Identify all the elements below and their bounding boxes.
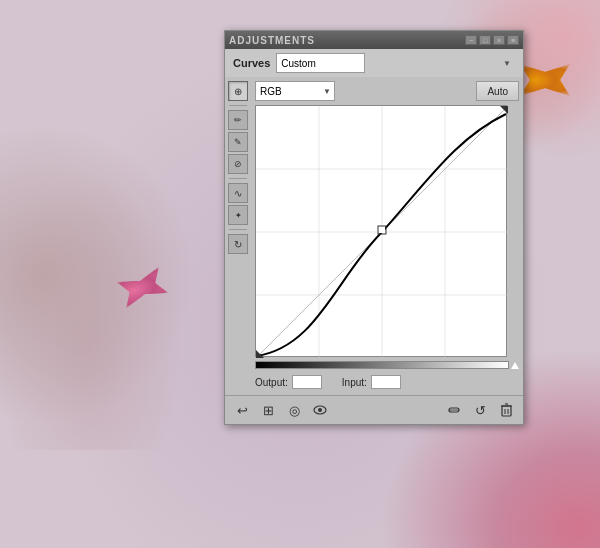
triangle-indicator-icon [511, 361, 519, 369]
gradient-bar [255, 361, 509, 369]
gradient-bar-row [255, 361, 519, 369]
svg-point-1 [318, 408, 322, 412]
floral-decoration-left [0, 100, 220, 450]
panel-controls: − □ × ≡ [465, 35, 519, 45]
panel-close-button[interactable]: × [493, 35, 505, 45]
output-value-input[interactable] [292, 375, 322, 389]
left-toolbar: ⊕ ✏ ✎ ⊘ ∿ ✦ ↻ [225, 77, 251, 395]
reset-button[interactable]: ↩ [231, 400, 253, 420]
right-content: RGB Red Green Blue ▼ Auto [251, 77, 523, 395]
curves-label: Curves [233, 57, 270, 69]
toolbar-separator-1 [229, 105, 247, 106]
smooth-icon: ✎ [234, 137, 242, 147]
preset-select[interactable]: Custom Default Strong Contrast Increase … [276, 53, 365, 73]
panel-title: ADJUSTMENTS [229, 35, 315, 46]
channel-select[interactable]: RGB Red Green Blue [255, 81, 335, 101]
anchor-tool-button[interactable]: ✦ [228, 205, 248, 225]
panel-maximize-button[interactable]: □ [479, 35, 491, 45]
trash-icon [500, 403, 513, 417]
curve-icon: ∿ [234, 188, 242, 199]
undo-button[interactable]: ↺ [469, 400, 491, 420]
panel-bottom-toolbar: ↩ ⊞ ◎ ↺ [225, 395, 523, 424]
channel-select-wrapper: RGB Red Green Blue ▼ [255, 81, 335, 101]
panel-body: ⊕ ✏ ✎ ⊘ ∿ ✦ ↻ [225, 77, 523, 395]
toolbar-separator-3 [229, 229, 247, 230]
trash-button[interactable] [495, 400, 517, 420]
pencil-tool-button[interactable]: ✏ [228, 110, 248, 130]
output-label: Output: [255, 377, 288, 388]
panel-menu-button[interactable]: ≡ [507, 35, 519, 45]
auto-button[interactable]: Auto [476, 81, 519, 101]
channel-row: RGB Red Green Blue ▼ Auto [255, 81, 519, 101]
output-input-row: Output: Input: [255, 373, 519, 391]
input-label: Input: [342, 377, 367, 388]
visibility-icon [313, 403, 327, 417]
target-tool-icon: ⊕ [234, 86, 242, 97]
curves-graph[interactable] [255, 105, 507, 357]
curve-tool-button[interactable]: ∿ [228, 183, 248, 203]
rotate-tool-button[interactable]: ↻ [228, 234, 248, 254]
clip-icon [447, 403, 461, 417]
target-tool-button[interactable]: ⊕ [228, 81, 248, 101]
clip-button[interactable] [443, 400, 465, 420]
pencil-icon: ✏ [234, 115, 242, 125]
visibility-button[interactable] [309, 400, 331, 420]
smooth-tool-button[interactable]: ✎ [228, 132, 248, 152]
eyedropper-icon: ⊘ [234, 159, 242, 169]
eye-button[interactable]: ◎ [283, 400, 305, 420]
curves-canvas[interactable] [256, 106, 508, 358]
new-adjustment-button[interactable]: ⊞ [257, 400, 279, 420]
eyedropper-tool-button[interactable]: ⊘ [228, 154, 248, 174]
panel-titlebar: ADJUSTMENTS − □ × ≡ [225, 31, 523, 49]
adjustments-panel: ADJUSTMENTS − □ × ≡ Curves Custom Defaul… [224, 30, 524, 425]
panel-minimize-button[interactable]: − [465, 35, 477, 45]
toolbar-separator-2 [229, 178, 247, 179]
svg-rect-4 [502, 406, 511, 416]
rotate-icon: ↻ [234, 239, 242, 250]
preset-select-arrow-icon: ▼ [503, 59, 511, 68]
anchor-icon: ✦ [235, 211, 242, 220]
input-value-input[interactable] [371, 375, 401, 389]
curves-header: Curves Custom Default Strong Contrast In… [225, 49, 523, 77]
preset-select-wrapper: Custom Default Strong Contrast Increase … [276, 53, 515, 73]
